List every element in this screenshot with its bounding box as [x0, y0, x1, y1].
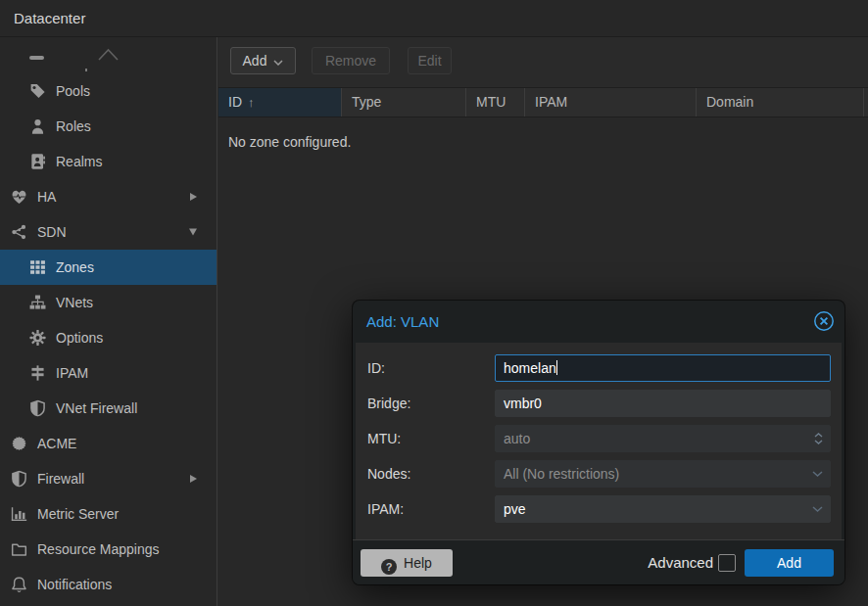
sidebar-item-notifications[interactable]: Notifications: [0, 567, 217, 602]
form-row-ipam: IPAM: pve: [356, 495, 842, 523]
sidebar-item-label: SDN: [37, 214, 67, 250]
sidebar-item-pools[interactable]: Pools: [0, 73, 217, 109]
column-header-mtu[interactable]: MTU: [466, 88, 525, 117]
sidebar-item-options[interactable]: Options: [0, 320, 217, 355]
form-row-bridge: Bridge: vmbr0: [356, 390, 842, 417]
edit-button[interactable]: Edit: [408, 47, 452, 74]
column-header-domain[interactable]: Domain: [697, 88, 864, 117]
sidebar-item-label: Metric Server: [37, 496, 119, 532]
sidebar-item-vnets[interactable]: VNets: [0, 285, 217, 320]
page-title: Datacenter: [14, 0, 85, 37]
sidebar-item-realms[interactable]: Realms: [0, 144, 217, 179]
gear-icon: [29, 330, 46, 347]
sort-ascending-icon: ↑: [248, 95, 255, 110]
advanced-checkbox[interactable]: [718, 554, 736, 572]
table-header-row: ID↑ Type MTU IPAM Domain: [218, 87, 868, 117]
bar-chart-icon: [11, 506, 27, 523]
help-button-label: Help: [404, 555, 432, 571]
shield-icon: [11, 471, 27, 488]
bell-icon: [11, 577, 27, 593]
sidebar-item-ipam[interactable]: IPAM: [0, 355, 217, 391]
dialog-title: Add: VLAN: [366, 301, 439, 343]
add-vlan-dialog: Add: VLAN ID: homelan Bridge: vmbr0 MTU:…: [353, 301, 844, 584]
field-label: Bridge:: [367, 390, 410, 417]
text-cursor: [556, 360, 557, 375]
field-label: IPAM:: [367, 495, 404, 523]
sidebar-item-label: IPAM: [56, 355, 88, 391]
dialog-header[interactable]: Add: VLAN: [353, 301, 844, 343]
grid-icon: [29, 259, 46, 276]
sidebar: Pools Roles Realms HA SDN Zones VNets Op…: [0, 37, 217, 606]
spinner-arrows-icon[interactable]: [814, 426, 823, 451]
sidebar-item-firewall[interactable]: Firewall: [0, 461, 217, 496]
dot-icon: [85, 69, 87, 71]
column-header-ipam[interactable]: IPAM: [525, 88, 697, 117]
sidebar-item-label: Roles: [56, 109, 91, 144]
add-button-label: Add: [243, 53, 267, 69]
sidebar-item-acme[interactable]: ACME: [0, 426, 217, 461]
column-label: Domain: [706, 94, 753, 110]
sidebar-item-label: Resource Mappings: [37, 532, 160, 567]
ipam-select[interactable]: pve: [495, 495, 831, 523]
sidebar-item-label: Zones: [56, 250, 94, 285]
field-label: MTU:: [367, 425, 401, 452]
sidebar-item-label: Options: [56, 320, 103, 355]
dash-icon: [29, 56, 44, 60]
empty-table-message: No zone configured.: [218, 117, 868, 150]
sidebar-item-roles[interactable]: Roles: [0, 109, 217, 144]
close-icon[interactable]: [813, 310, 835, 332]
column-label: Type: [352, 94, 381, 110]
column-header-id[interactable]: ID↑: [218, 88, 342, 117]
sidebar-item-vnet-firewall[interactable]: VNet Firewall: [0, 391, 217, 426]
chevron-right-icon[interactable]: [190, 193, 197, 201]
nodes-select-value: All (No restrictions): [504, 466, 619, 482]
column-label: MTU: [476, 94, 506, 110]
sidebar-item-zones[interactable]: Zones: [0, 250, 217, 285]
toolbar: Add Remove Edit: [218, 37, 868, 87]
advanced-label: Advanced: [648, 540, 713, 585]
column-label: IPAM: [535, 94, 567, 110]
sidebar-item-label: VNet Firewall: [56, 391, 137, 426]
mtu-placeholder: auto: [504, 431, 530, 446]
mtu-spinner[interactable]: auto: [495, 425, 831, 452]
sidebar-item-label: ACME: [37, 426, 76, 461]
chevron-up-icon: [97, 47, 120, 62]
chevron-right-icon[interactable]: [190, 475, 197, 483]
sidebar-item-label: Realms: [56, 144, 102, 179]
help-button[interactable]: ?Help: [361, 549, 453, 577]
sidebar-item-label: Pools: [56, 73, 90, 109]
nodes-select[interactable]: All (No restrictions): [495, 460, 831, 488]
user-icon: [29, 118, 46, 135]
submit-add-button[interactable]: Add: [745, 549, 834, 577]
sidebar-item-resource-mappings[interactable]: Resource Mappings: [0, 532, 217, 567]
chevron-down-icon[interactable]: [189, 229, 197, 236]
sidebar-item-label: Firewall: [37, 461, 84, 496]
column-header-type[interactable]: Type: [342, 88, 466, 117]
remove-button[interactable]: Remove: [312, 47, 390, 74]
sidebar-item-label: Notifications: [37, 567, 112, 602]
form-row-id: ID: homelan: [356, 354, 842, 382]
shield-icon: [29, 400, 46, 417]
sidebar-item-ha[interactable]: HA: [0, 179, 217, 214]
sidebar-item-label: VNets: [56, 285, 93, 320]
dialog-form: ID: homelan Bridge: vmbr0 MTU: auto Node…: [356, 343, 842, 539]
top-bar: Datacenter: [0, 0, 868, 37]
chevron-down-icon[interactable]: [812, 461, 823, 487]
heartbeat-icon: [11, 189, 27, 206]
add-button[interactable]: Add: [230, 47, 296, 74]
sidebar-item-label: HA: [37, 179, 56, 214]
bridge-input-value: vmbr0: [504, 396, 542, 411]
bridge-input[interactable]: vmbr0: [495, 390, 831, 417]
sidebar-item-metric-server[interactable]: Metric Server: [0, 496, 217, 532]
question-mark-icon: ?: [381, 559, 397, 575]
tag-icon: [29, 83, 46, 100]
dialog-footer: ?Help Advanced Add: [353, 539, 844, 584]
id-input[interactable]: homelan: [495, 354, 831, 382]
signpost-icon: [29, 365, 46, 382]
field-label: Nodes:: [367, 460, 410, 488]
chevron-down-icon: [273, 48, 283, 73]
sidebar-item-sdn[interactable]: SDN: [0, 214, 217, 250]
chevron-down-icon[interactable]: [812, 496, 823, 522]
form-row-mtu: MTU: auto: [356, 425, 842, 452]
network-icon: [11, 224, 27, 241]
